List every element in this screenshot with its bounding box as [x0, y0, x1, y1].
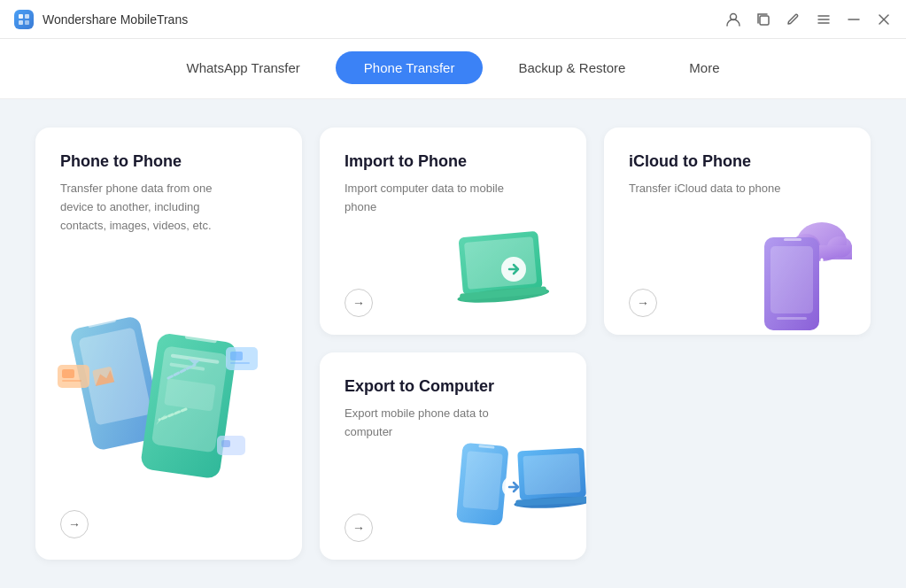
- card-icloud-to-phone[interactable]: iCloud to Phone Transfer iCloud data to …: [604, 128, 871, 335]
- titlebar-left: Wondershare MobileTrans: [14, 10, 188, 29]
- card-export-title: Export to Computer: [345, 377, 561, 396]
- card-import-to-phone[interactable]: Import to Phone Import computer data to …: [320, 128, 586, 335]
- minimize-icon[interactable]: [846, 12, 862, 27]
- titlebar: Wondershare MobileTrans: [0, 0, 906, 39]
- nav-backup-restore[interactable]: Backup & Restore: [490, 51, 654, 84]
- svg-rect-26: [62, 369, 74, 378]
- import-illustration: [453, 211, 577, 317]
- svg-rect-32: [221, 440, 230, 447]
- svg-rect-46: [784, 238, 801, 241]
- export-illustration: [453, 436, 577, 542]
- card-export-arrow[interactable]: →: [345, 514, 373, 542]
- svg-rect-47: [777, 317, 807, 320]
- svg-rect-49: [462, 451, 502, 510]
- card-phone-to-phone-desc: Transfer phone data from one device to a…: [60, 180, 220, 235]
- card-import-arrow[interactable]: →: [345, 289, 373, 317]
- phone-to-phone-illustration: [53, 294, 293, 507]
- svg-rect-31: [217, 436, 245, 455]
- window-copy-icon[interactable]: [755, 12, 771, 27]
- icloud-illustration: [747, 211, 862, 317]
- card-phone-to-phone-title: Phone to Phone: [60, 152, 277, 171]
- nav-whatsapp-transfer[interactable]: WhatsApp Transfer: [158, 51, 328, 84]
- card-export-to-computer[interactable]: Export to Computer Export mobile phone d…: [320, 352, 586, 560]
- navbar: WhatsApp Transfer Phone Transfer Backup …: [0, 39, 906, 99]
- window-controls: [725, 12, 892, 27]
- svg-rect-5: [760, 16, 769, 25]
- card-icloud-title: iCloud to Phone: [629, 152, 846, 171]
- card-phone-to-phone[interactable]: Phone to Phone Transfer phone data from …: [35, 128, 302, 560]
- svg-rect-34: [464, 236, 537, 290]
- main-content: Phone to Phone Transfer phone data from …: [0, 99, 906, 588]
- svg-rect-29: [230, 352, 243, 360]
- app-name: Wondershare MobileTrans: [43, 12, 188, 27]
- svg-rect-27: [62, 380, 81, 382]
- nav-more[interactable]: More: [661, 51, 747, 84]
- card-import-title: Import to Phone: [345, 152, 561, 171]
- svg-rect-1: [25, 14, 29, 19]
- svg-rect-2: [19, 20, 23, 25]
- svg-rect-0: [19, 14, 23, 19]
- app-icon: [14, 10, 34, 29]
- card-phone-to-phone-arrow[interactable]: →: [60, 510, 89, 538]
- svg-rect-30: [230, 362, 250, 364]
- svg-rect-3: [25, 20, 29, 25]
- close-icon[interactable]: [876, 12, 892, 27]
- svg-rect-53: [523, 453, 580, 495]
- nav-phone-transfer[interactable]: Phone Transfer: [336, 51, 484, 84]
- user-icon[interactable]: [725, 12, 741, 27]
- edit-icon[interactable]: [786, 12, 801, 27]
- card-icloud-desc: Transfer iCloud data to phone: [629, 180, 788, 198]
- svg-rect-45: [770, 246, 813, 313]
- menu-icon[interactable]: [816, 12, 832, 27]
- card-icloud-arrow[interactable]: →: [629, 289, 657, 317]
